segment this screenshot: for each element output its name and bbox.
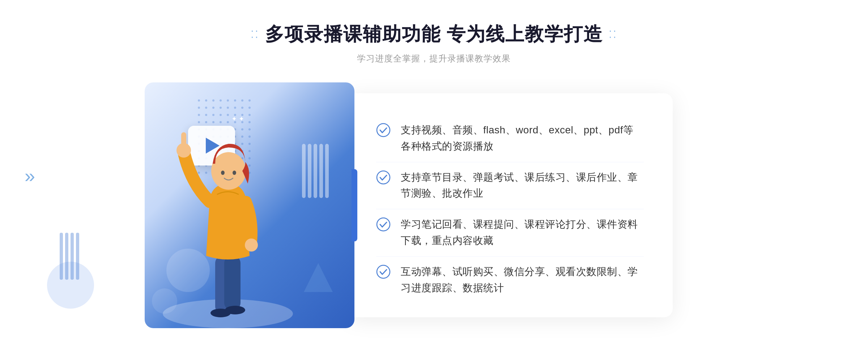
- title-dots-left: ⁚⁚: [251, 29, 259, 40]
- svg-point-6: [241, 99, 243, 102]
- svg-rect-113: [76, 233, 79, 280]
- svg-point-109: [377, 265, 390, 278]
- blue-tab-decoration: [352, 169, 357, 241]
- title-dots-right: ⁚⁚: [609, 29, 617, 40]
- svg-point-13: [234, 107, 236, 109]
- feature-text-3: 学习笔记回看、课程提问、课程评论打分、课件资料下载，重点内容收藏: [401, 216, 644, 249]
- svg-point-4: [227, 99, 229, 102]
- check-icon-1: [376, 123, 391, 137]
- page-subtitle: 学习进度全掌握，提升录播课教学效果: [251, 53, 617, 64]
- check-icon-3: [376, 217, 391, 232]
- svg-rect-89: [308, 144, 311, 198]
- feature-item-4: 互动弹幕、试听购买、微信分享、观看次数限制、学习进度跟踪、数据统计: [376, 257, 644, 304]
- svg-point-103: [211, 152, 246, 190]
- feature-text-1: 支持视频、音频、flash、word、excel、ppt、pdf等各种格式的资源…: [401, 122, 644, 155]
- chevron-left-icon: »: [25, 165, 35, 187]
- illustration-card: ✦ ✦: [145, 82, 354, 328]
- svg-rect-90: [314, 144, 317, 198]
- page-container: » ⁚⁚ 多项录播课辅助功能 专为线上教学打造 ⁚⁚ 学习进度全掌握，提升录播课…: [0, 0, 868, 352]
- svg-rect-110: [60, 233, 63, 280]
- features-card: 支持视频、音频、flash、word、excel、ppt、pdf等各种格式的资源…: [347, 93, 673, 317]
- svg-rect-91: [319, 144, 323, 198]
- main-content: ✦ ✦: [145, 82, 723, 328]
- feature-item-1: 支持视频、音频、flash、word、excel、ppt、pdf等各种格式的资源…: [376, 115, 644, 162]
- check-icon-4: [376, 265, 391, 279]
- svg-marker-93: [304, 263, 333, 292]
- feature-text-4: 互动弹幕、试听购买、微信分享、观看次数限制、学习进度跟踪、数据统计: [401, 264, 644, 296]
- svg-point-106: [377, 124, 390, 137]
- svg-point-2: [212, 99, 214, 102]
- svg-point-9: [205, 107, 207, 109]
- page-title: 多项录播课辅助功能 专为线上教学打造: [265, 22, 603, 47]
- svg-rect-112: [71, 233, 74, 280]
- svg-point-1: [205, 99, 207, 102]
- svg-point-108: [377, 218, 390, 231]
- svg-point-5: [234, 99, 236, 102]
- svg-point-107: [377, 171, 390, 184]
- svg-point-12: [227, 107, 229, 109]
- person-illustration: [148, 111, 307, 328]
- svg-point-98: [225, 306, 245, 314]
- svg-point-8: [198, 107, 200, 109]
- svg-point-10: [212, 107, 214, 109]
- svg-point-7: [248, 99, 251, 102]
- svg-point-104: [221, 171, 225, 175]
- svg-point-0: [198, 99, 200, 102]
- feature-item-2: 支持章节目录、弹题考试、课后练习、课后作业、章节测验、批改作业: [376, 162, 644, 210]
- bg-stripes-left: [60, 233, 85, 280]
- features-list: 支持视频、音频、flash、word、excel、ppt、pdf等各种格式的资源…: [376, 115, 644, 303]
- header-title-wrapper: ⁚⁚ 多项录播课辅助功能 专为线上教学打造 ⁚⁚: [251, 22, 617, 47]
- svg-point-3: [220, 99, 222, 102]
- svg-point-14: [241, 107, 243, 109]
- svg-rect-96: [224, 256, 241, 310]
- svg-rect-92: [325, 144, 329, 198]
- header-section: ⁚⁚ 多项录播课辅助功能 专为线上教学打造 ⁚⁚ 学习进度全掌握，提升录播课教学…: [251, 22, 617, 64]
- feature-text-2: 支持章节目录、弹题考试、课后练习、课后作业、章节测验、批改作业: [401, 169, 644, 202]
- svg-rect-111: [65, 233, 68, 280]
- check-icon-2: [376, 170, 391, 185]
- svg-point-11: [220, 107, 222, 109]
- svg-point-105: [233, 171, 236, 175]
- svg-point-101: [245, 239, 258, 252]
- triangle-decoration: [304, 263, 333, 292]
- svg-point-15: [248, 107, 251, 109]
- feature-item-3: 学习笔记回看、课程提问、课程评论打分、课件资料下载，重点内容收藏: [376, 209, 644, 257]
